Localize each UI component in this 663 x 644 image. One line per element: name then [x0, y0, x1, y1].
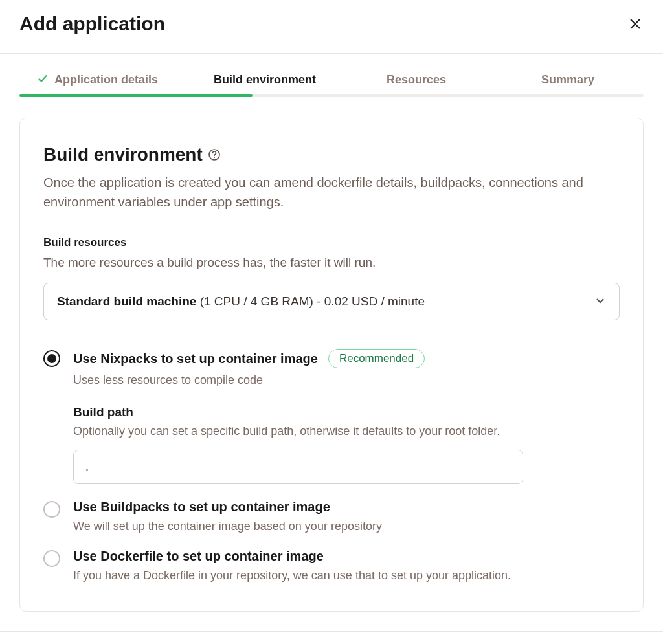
card-subtitle: Once the application is created you can … — [43, 173, 620, 212]
chevron-down-icon — [594, 294, 606, 309]
step-label: Summary — [541, 73, 594, 87]
stepper: Application details Build environment Re… — [0, 54, 663, 96]
build-resources-label: Build resources — [43, 236, 620, 249]
help-icon[interactable] — [208, 148, 221, 161]
option-title-row: Use Dockerfile to set up container image — [73, 549, 620, 564]
option-sub: If you have a Dockerfile in your reposit… — [73, 569, 620, 583]
step-label: Build environment — [214, 73, 316, 87]
option-sub: Uses less resources to compile code — [73, 373, 620, 387]
radio-dockerfile[interactable] — [43, 550, 60, 567]
build-path-block: Build path Optionally you can set a spec… — [73, 405, 620, 484]
select-value-name: Standard build machine — [57, 294, 196, 308]
option-sub: We will set up the container image based… — [73, 520, 620, 533]
radio-nixpacks[interactable] — [43, 350, 60, 367]
option-body: Use Buildpacks to set up container image… — [73, 500, 620, 533]
option-title: Use Nixpacks to set up container image — [73, 351, 318, 366]
svg-point-3 — [214, 157, 215, 159]
build-method-options: Use Nixpacks to set up container image R… — [43, 340, 620, 583]
option-title: Use Buildpacks to set up container image — [73, 500, 330, 515]
option-body: Use Dockerfile to set up container image… — [73, 549, 620, 583]
recommended-badge: Recommended — [328, 349, 425, 368]
select-value-detail: (1 CPU / 4 GB RAM) - 0.02 USD / minute — [196, 294, 425, 308]
step-build-environment[interactable]: Build environment — [189, 54, 341, 96]
step-resources[interactable]: Resources — [341, 54, 492, 96]
close-icon — [629, 18, 641, 30]
option-title: Use Dockerfile to set up container image — [73, 549, 324, 564]
content-card: Build environment Once the application i… — [19, 118, 644, 612]
option-nixpacks[interactable]: Use Nixpacks to set up container image R… — [43, 340, 620, 484]
close-button[interactable] — [627, 16, 644, 32]
build-resources-desc: The more resources a build process has, … — [43, 256, 620, 270]
stepper-progress — [19, 94, 253, 97]
option-dockerfile[interactable]: Use Dockerfile to set up container image… — [43, 540, 620, 583]
option-title-row: Use Buildpacks to set up container image — [73, 500, 620, 515]
select-value: Standard build machine (1 CPU / 4 GB RAM… — [57, 294, 425, 309]
check-icon — [38, 73, 48, 87]
build-path-label: Build path — [73, 405, 620, 419]
modal-title: Add application — [19, 13, 165, 35]
option-body: Use Nixpacks to set up container image R… — [73, 349, 620, 484]
modal-footer: Cancel Back Continue — [0, 631, 663, 644]
step-label: Resources — [387, 73, 446, 87]
build-machine-select[interactable]: Standard build machine (1 CPU / 4 GB RAM… — [43, 283, 620, 320]
card-title-row: Build environment — [43, 144, 620, 165]
option-title-row: Use Nixpacks to set up container image R… — [73, 349, 620, 368]
build-path-input[interactable] — [73, 450, 523, 484]
build-path-desc: Optionally you can set a specific build … — [73, 425, 620, 438]
option-buildpacks[interactable]: Use Buildpacks to set up container image… — [43, 491, 620, 533]
card-title: Build environment — [43, 144, 203, 165]
modal-header: Add application — [0, 0, 663, 53]
step-summary[interactable]: Summary — [492, 54, 644, 96]
radio-buildpacks[interactable] — [43, 501, 60, 518]
step-application-details[interactable]: Application details — [19, 54, 189, 96]
step-label: Application details — [54, 73, 158, 87]
